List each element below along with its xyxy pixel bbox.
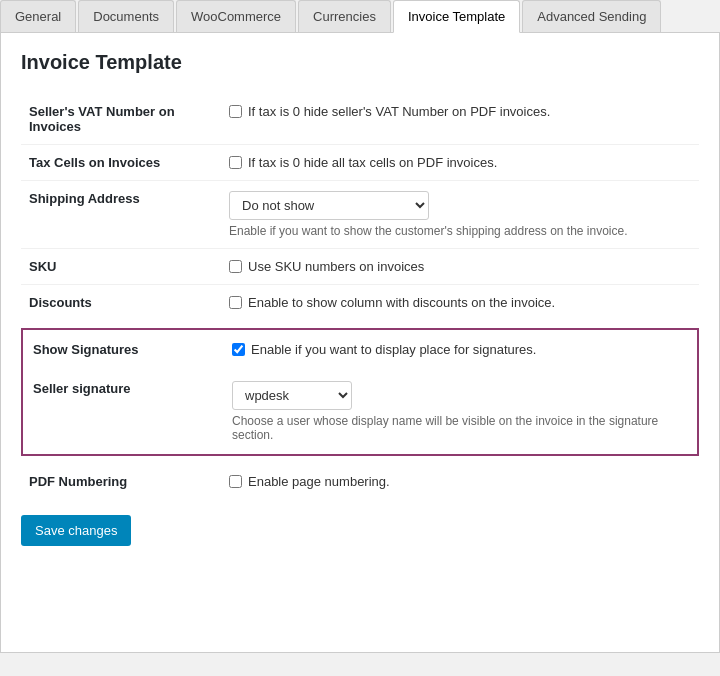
- pdf-numbering-label: PDF Numbering: [21, 464, 221, 499]
- tab-woocommerce[interactable]: WooCommerce: [176, 0, 296, 32]
- row-show-signatures: Show Signatures Enable if you want to di…: [22, 329, 698, 369]
- tab-advanced-sending[interactable]: Advanced Sending: [522, 0, 661, 32]
- discounts-checkbox[interactable]: [229, 296, 242, 309]
- tax-cells-checkbox[interactable]: [229, 156, 242, 169]
- seller-vat-checkbox-label: If tax is 0 hide seller's VAT Number on …: [248, 104, 550, 119]
- row-discounts: Discounts Enable to show column with dis…: [21, 285, 699, 321]
- tax-cells-checkbox-row: If tax is 0 hide all tax cells on PDF in…: [229, 155, 691, 170]
- discounts-checkbox-row: Enable to show column with discounts on …: [229, 295, 691, 310]
- shipping-address-select-wrapper: Do not show Show: [229, 191, 691, 220]
- shipping-address-select[interactable]: Do not show Show: [229, 191, 429, 220]
- tabs-bar: General Documents WooCommerce Currencies…: [0, 0, 720, 33]
- sku-field: Use SKU numbers on invoices: [221, 249, 699, 285]
- main-content: Invoice Template Seller's VAT Number on …: [0, 33, 720, 653]
- discounts-label: Discounts: [21, 285, 221, 321]
- row-seller-vat: Seller's VAT Number on Invoices If tax i…: [21, 94, 699, 145]
- discounts-checkbox-label: Enable to show column with discounts on …: [248, 295, 555, 310]
- sku-checkbox-row: Use SKU numbers on invoices: [229, 259, 691, 274]
- settings-table: Seller's VAT Number on Invoices If tax i…: [21, 94, 699, 320]
- seller-signature-desc: Choose a user whose display name will be…: [232, 414, 687, 442]
- tab-documents[interactable]: Documents: [78, 0, 174, 32]
- show-signatures-label: Show Signatures: [22, 329, 222, 369]
- sku-checkbox-label: Use SKU numbers on invoices: [248, 259, 424, 274]
- discounts-field: Enable to show column with discounts on …: [221, 285, 699, 321]
- tab-general[interactable]: General: [0, 0, 76, 32]
- sku-checkbox[interactable]: [229, 260, 242, 273]
- row-tax-cells: Tax Cells on Invoices If tax is 0 hide a…: [21, 145, 699, 181]
- show-signatures-checkbox-row: Enable if you want to display place for …: [232, 342, 687, 357]
- seller-signature-select-wrapper: wpdesk: [232, 381, 687, 410]
- shipping-address-desc: Enable if you want to show the customer'…: [229, 224, 691, 238]
- shipping-address-field: Do not show Show Enable if you want to s…: [221, 181, 699, 249]
- tab-currencies[interactable]: Currencies: [298, 0, 391, 32]
- seller-vat-checkbox[interactable]: [229, 105, 242, 118]
- row-sku: SKU Use SKU numbers on invoices: [21, 249, 699, 285]
- pdf-numbering-checkbox[interactable]: [229, 475, 242, 488]
- seller-signature-field: wpdesk Choose a user whose display name …: [222, 369, 698, 455]
- row-seller-signature: Seller signature wpdesk Choose a user wh…: [22, 369, 698, 455]
- show-signatures-checkbox-label: Enable if you want to display place for …: [251, 342, 536, 357]
- page-title: Invoice Template: [21, 51, 699, 74]
- tax-cells-label: Tax Cells on Invoices: [21, 145, 221, 181]
- tax-cells-field: If tax is 0 hide all tax cells on PDF in…: [221, 145, 699, 181]
- signatures-section: Show Signatures Enable if you want to di…: [21, 328, 699, 456]
- save-button[interactable]: Save changes: [21, 515, 131, 546]
- sku-label: SKU: [21, 249, 221, 285]
- seller-vat-field: If tax is 0 hide seller's VAT Number on …: [221, 94, 699, 145]
- pdf-numbering-table: PDF Numbering Enable page numbering.: [21, 464, 699, 499]
- seller-signature-label: Seller signature: [22, 369, 222, 455]
- show-signatures-field: Enable if you want to display place for …: [222, 329, 698, 369]
- seller-vat-checkbox-row: If tax is 0 hide seller's VAT Number on …: [229, 104, 691, 119]
- shipping-address-label: Shipping Address: [21, 181, 221, 249]
- pdf-numbering-checkbox-label: Enable page numbering.: [248, 474, 390, 489]
- seller-vat-label: Seller's VAT Number on Invoices: [21, 94, 221, 145]
- pdf-numbering-checkbox-row: Enable page numbering.: [229, 474, 691, 489]
- row-pdf-numbering: PDF Numbering Enable page numbering.: [21, 464, 699, 499]
- row-shipping-address: Shipping Address Do not show Show Enable…: [21, 181, 699, 249]
- seller-signature-select[interactable]: wpdesk: [232, 381, 352, 410]
- tab-invoice-template[interactable]: Invoice Template: [393, 0, 520, 33]
- show-signatures-checkbox[interactable]: [232, 343, 245, 356]
- tax-cells-checkbox-label: If tax is 0 hide all tax cells on PDF in…: [248, 155, 497, 170]
- pdf-numbering-field: Enable page numbering.: [221, 464, 699, 499]
